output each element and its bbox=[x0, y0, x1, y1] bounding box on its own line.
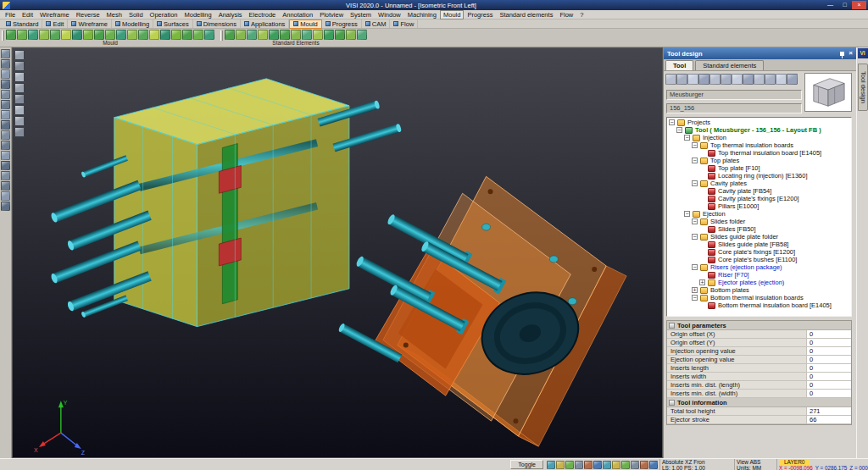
tree-item[interactable]: Top thermal insulation board [E1405] bbox=[667, 149, 851, 157]
parameter-value[interactable]: 0 bbox=[807, 364, 851, 372]
menu-annotation[interactable]: Annotation bbox=[279, 10, 316, 19]
tree-item-label[interactable]: Slides [FB50] bbox=[718, 225, 756, 233]
standard-element-icon-2[interactable] bbox=[236, 30, 246, 40]
panel-tool-icon-11[interactable] bbox=[776, 74, 787, 85]
mould-tool-icon-13[interactable] bbox=[138, 30, 148, 40]
3d-scene[interactable]: X Y Z bbox=[13, 48, 662, 457]
panel-tool-icon-8[interactable] bbox=[743, 74, 754, 85]
left-tool-icon-14[interactable] bbox=[1, 181, 10, 191]
tree-item[interactable]: Core plate's fixings [E1200] bbox=[667, 248, 851, 256]
menu-system[interactable]: System bbox=[347, 10, 375, 19]
viewport-3d[interactable]: X Y Z bbox=[12, 47, 663, 458]
collapse-icon[interactable]: − bbox=[684, 211, 690, 217]
parameter-value[interactable]: 0 bbox=[807, 356, 851, 363]
tree-item[interactable]: −Projects bbox=[667, 119, 851, 126]
status-icon-7[interactable] bbox=[603, 461, 611, 469]
tree-item-label[interactable]: Ejection bbox=[703, 210, 726, 218]
menu-standard-elements[interactable]: Standard elements bbox=[496, 10, 556, 19]
left-tool-icon-11[interactable] bbox=[1, 151, 10, 160]
standard-element-icon-12[interactable] bbox=[346, 30, 356, 40]
tree-item-label[interactable]: Core plate's bushes [E1100] bbox=[718, 256, 797, 263]
toolbar-toggle-edit[interactable]: Edit bbox=[42, 19, 68, 28]
tree-item-label[interactable]: Locating ring (injection) [E1360] bbox=[718, 172, 807, 180]
tree-item-label[interactable]: Cavity plates bbox=[710, 180, 747, 187]
standard-element-icon-1[interactable] bbox=[225, 30, 235, 40]
standard-element-icon-10[interactable] bbox=[324, 30, 334, 40]
left-tool-icon-9[interactable] bbox=[1, 130, 10, 140]
left-tool-icon-15[interactable] bbox=[1, 191, 10, 201]
standard-element-icon-9[interactable] bbox=[313, 30, 323, 40]
tree-item-label[interactable]: Core plate's fixings [E1200] bbox=[718, 248, 795, 256]
menu-electrode[interactable]: Electrode bbox=[246, 10, 280, 19]
menu-file[interactable]: File bbox=[2, 10, 19, 19]
tree-item-label[interactable]: Cavity plate's fixings [E1200] bbox=[718, 195, 799, 202]
parameter-value[interactable]: 0 bbox=[807, 330, 851, 338]
tree-item[interactable]: Top plate [F10] bbox=[667, 164, 851, 172]
tree-item[interactable]: −Ejection bbox=[667, 210, 851, 218]
toolbar-grip[interactable] bbox=[2, 30, 4, 41]
tree-item[interactable]: −Injection bbox=[667, 134, 851, 141]
left-tool-icon-4[interactable] bbox=[1, 80, 10, 89]
standard-element-icon-4[interactable] bbox=[258, 30, 268, 40]
tree-item-label[interactable]: Injection bbox=[703, 134, 726, 141]
panel-tool-icon-1[interactable] bbox=[665, 74, 676, 85]
menu-mould[interactable]: Mould bbox=[440, 10, 464, 19]
tree-item-label[interactable]: Bottom thermal insulation boards bbox=[710, 294, 804, 301]
left-tool-icon-16[interactable] bbox=[1, 202, 10, 211]
view-tool-icon-4[interactable] bbox=[14, 83, 25, 93]
tree-item[interactable]: Slides [FB50] bbox=[667, 225, 851, 233]
parameter-value[interactable]: 271 bbox=[807, 407, 851, 415]
tree-item-label[interactable]: Top thermal insulation board [E1405] bbox=[718, 149, 821, 157]
collapse-icon[interactable]: − bbox=[669, 119, 675, 125]
panel-tool-icon-5[interactable] bbox=[709, 74, 721, 85]
menu-operation[interactable]: Operation bbox=[147, 10, 181, 19]
parameter-value[interactable]: 0 bbox=[807, 339, 851, 346]
parameter-value[interactable]: 0 bbox=[807, 381, 851, 389]
left-tool-icon-1[interactable] bbox=[1, 49, 10, 58]
tree-item[interactable]: Slides guide plate [FB58] bbox=[667, 241, 851, 248]
toolbar-toggle-modelling[interactable]: Modelling bbox=[112, 19, 153, 28]
panel-tool-icon-2[interactable] bbox=[676, 74, 687, 85]
panel-tool-icon-6[interactable] bbox=[721, 74, 732, 85]
panel-tool-icon-12[interactable] bbox=[787, 74, 798, 85]
toolbar-toggle-progress[interactable]: Progress bbox=[322, 19, 362, 28]
tool-design-dock-tab[interactable]: Tool design bbox=[858, 64, 868, 111]
status-icon-10[interactable] bbox=[631, 461, 639, 469]
left-tool-icon-5[interactable] bbox=[1, 90, 10, 99]
panel-tool-icon-4[interactable] bbox=[698, 74, 709, 85]
standard-element-icon-13[interactable] bbox=[357, 30, 367, 40]
tree-item-label[interactable]: Projects bbox=[687, 119, 710, 126]
tree-item[interactable]: Riser [F70] bbox=[667, 271, 851, 279]
tree-item[interactable]: −Slides folder bbox=[667, 218, 851, 225]
status-icon-11[interactable] bbox=[640, 461, 648, 469]
menu-modelling[interactable]: Modelling bbox=[181, 10, 215, 19]
view-tool-icon-8[interactable] bbox=[14, 127, 25, 137]
status-icon-1[interactable] bbox=[547, 461, 555, 469]
tab-standard-elements[interactable]: Standard elements bbox=[695, 60, 764, 70]
tree-item[interactable]: Cavity plate's fixings [E1200] bbox=[667, 195, 851, 202]
mould-tool-icon-7[interactable] bbox=[72, 30, 82, 40]
panel-close-icon[interactable]: × bbox=[849, 50, 853, 57]
status-icon-8[interactable] bbox=[612, 461, 620, 469]
standard-element-icon-3[interactable] bbox=[247, 30, 257, 40]
tree-item[interactable]: Core plate's bushes [E1100] bbox=[667, 256, 851, 263]
expand-icon[interactable]: + bbox=[692, 287, 698, 293]
mould-tool-icon-11[interactable] bbox=[116, 30, 126, 40]
tree-item[interactable]: −Top plates bbox=[667, 157, 851, 164]
status-icon-6[interactable] bbox=[593, 461, 602, 469]
menu-reverse[interactable]: Reverse bbox=[73, 10, 103, 19]
supplier-dropdown[interactable]: Meusburger bbox=[666, 90, 802, 100]
left-tool-icon-10[interactable] bbox=[1, 141, 10, 150]
menu-flow[interactable]: Flow bbox=[556, 10, 576, 19]
tool-size-field[interactable]: 156_156 bbox=[666, 103, 802, 113]
tree-item-label[interactable]: Top plates bbox=[710, 157, 739, 164]
tree-item[interactable]: Cavity plate [FB54] bbox=[667, 187, 851, 195]
view-tool-icon-3[interactable] bbox=[14, 72, 25, 82]
mould-tool-icon-9[interactable] bbox=[94, 30, 104, 40]
menu-progress[interactable]: Progress bbox=[464, 10, 496, 19]
mould-tool-icon-14[interactable] bbox=[149, 30, 159, 40]
left-tool-icon-8[interactable] bbox=[1, 120, 10, 130]
standard-element-icon-8[interactable] bbox=[302, 30, 312, 40]
mould-tool-icon-15[interactable] bbox=[160, 30, 170, 40]
left-tool-icon-13[interactable] bbox=[1, 171, 10, 180]
